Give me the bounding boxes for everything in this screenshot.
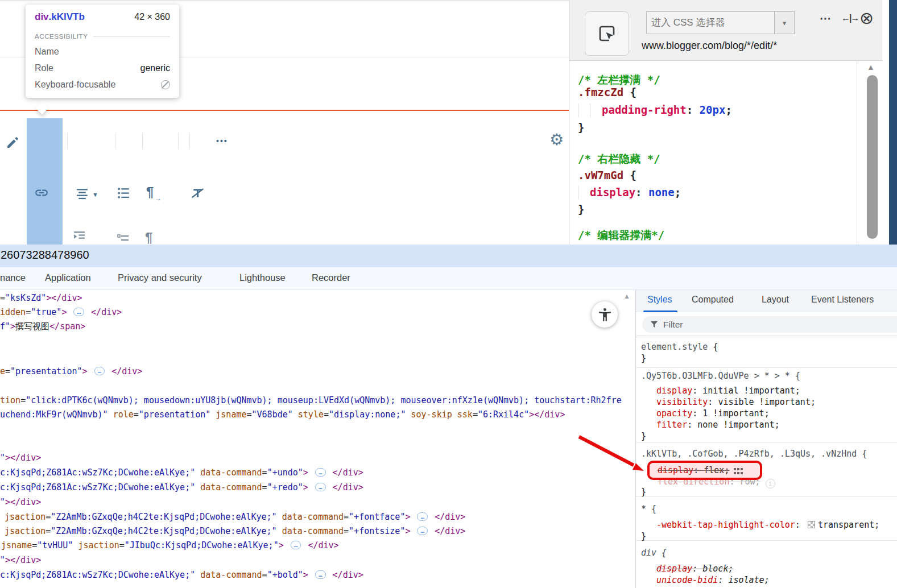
tooltip-element-row: div.kKlVTb 42 × 360 (35, 11, 170, 23)
css-editor-line[interactable]: } (578, 120, 584, 135)
elements-tree-line[interactable]: e="presentation"> … </div> (0, 365, 142, 378)
css-editor-line[interactable]: } (578, 202, 584, 217)
toolbar-separator (189, 133, 190, 149)
annotation-arrow (563, 426, 660, 481)
code-segment: div { (641, 548, 667, 558)
accessibility-overlay-button[interactable] (592, 301, 618, 328)
elements-tree-line[interactable]: uchend:MkF9r(wQNmvb)" role="presentation… (0, 408, 565, 421)
css-editor-line[interactable]: padding-right: 20px; (578, 102, 732, 117)
css-editor-line[interactable]: .vW7mGd { (578, 168, 636, 183)
elements-scroll-up-icon[interactable]: ▲ (623, 292, 630, 300)
css-declaration-line[interactable]: visibility: visible !important; (656, 396, 816, 408)
elements-tree-line[interactable]: "></div> (0, 554, 41, 566)
target-url-pattern: www.blogger.com/blog/*/edit/* (642, 40, 777, 52)
css-declaration-line[interactable]: opacity: 1 !important; (656, 407, 770, 420)
indent-icon[interactable] (72, 230, 86, 244)
close-icon[interactable]: ⊗ (859, 8, 874, 28)
editor-scrollbar-thumb[interactable] (867, 75, 878, 239)
code-segment: "display:none;" (329, 409, 406, 420)
elements-tree[interactable]: ="ksKsZd"></div>idden="true"> … </div>f"… (0, 290, 622, 588)
paragraph-direction-icon[interactable]: ¶ (146, 185, 154, 199)
css-editor-line[interactable]: .fmzcZd { (578, 85, 636, 100)
tab-application[interactable]: Application (45, 272, 91, 283)
css-declaration-line[interactable]: * { (641, 503, 656, 515)
css-editor[interactable]: /* 左栏撑满 */.fmzcZd {padding-right: 20px;}… (569, 61, 857, 245)
code-segment: e (0, 366, 5, 376)
css-declaration-line[interactable]: display: initial !important; (656, 384, 800, 397)
code-segment: = (473, 409, 478, 420)
elements-tree-line[interactable]: jsaction="Z2AmMb:GZxqQe;h4C2te:KjsqPd;DC… (5, 511, 465, 523)
css-declaration-line[interactable]: } (641, 486, 646, 498)
code-segment: display (590, 186, 635, 198)
css-declaration-line[interactable]: div { (641, 546, 667, 559)
styles-rules[interactable]: element.style {}.Qy5T6b.O3LMFb.QduVPe > … (635, 290, 896, 588)
code-segment (578, 186, 590, 200)
code-segment: "JIbuQc:KjsqPd;DCwohe:eAlKye;" (125, 540, 279, 550)
code-segment (210, 409, 216, 420)
selected-url-bar[interactable]: 26073288478960 (0, 245, 897, 267)
tab-lighthouse[interactable]: Lighthouse (239, 272, 286, 283)
css-declaration-line[interactable]: } (641, 530, 646, 543)
tab-performance[interactable]: nance (0, 272, 26, 283)
css-declaration-line[interactable]: element.style { (641, 341, 718, 353)
css-editor-line[interactable]: display: none; (578, 185, 681, 200)
css-declaration-line[interactable]: } (641, 352, 646, 365)
toolbar-separator (115, 133, 115, 149)
clear-formatting-icon[interactable] (191, 186, 205, 200)
elements-tree-line[interactable]: "></div> (0, 452, 41, 464)
css-declaration-line[interactable]: unicode-bidi: isolate; (656, 574, 770, 586)
elements-tree-line[interactable]: jsname="tvHUU" jsaction="JIbuQc:KjsqPd;D… (1, 539, 339, 552)
css-declaration-line[interactable]: .kKlVTb, .CofGob, .P4zRfb, .L3qUs, .vNzH… (641, 448, 867, 460)
tooltip-tail (36, 102, 49, 115)
code-segment: "ksKsZd" (5, 293, 46, 303)
elements-tree-line[interactable]: f">撰写视图</span> (0, 320, 85, 333)
bullet-list-icon[interactable] (117, 186, 131, 200)
edit-pencil-icon[interactable] (6, 135, 20, 150)
code-segment: { (623, 86, 636, 98)
code-segment: -webkit-tap-highlight-color (656, 520, 795, 530)
text-align-icon[interactable] (75, 187, 89, 201)
css-declaration-line[interactable]: -webkit-tap-highlight-color: transparent… (656, 519, 879, 531)
tab-privacy-and-security[interactable]: Privacy and security (118, 272, 202, 283)
elements-tree-line[interactable]: ="ksKsZd"></div> (0, 292, 82, 304)
code-segment: 0c:KjsqPd;Z681Ac:wSz7Kc;DCwohe:eAlKye;" (0, 467, 195, 478)
elements-tree-line[interactable]: jsaction="Z2AmMb:GZxqQe;h4C2te:KjsqPd;DC… (5, 525, 465, 537)
code-segment (195, 570, 200, 580)
tab-recorder[interactable]: Recorder (312, 272, 350, 283)
editor-scroll-up-icon[interactable]: ▲ (867, 63, 875, 72)
code-segment: jsname (216, 409, 246, 420)
code-segment: = (20, 395, 26, 405)
css-editor-line[interactable]: /* 编辑器撑满*/ (578, 227, 664, 242)
panel-resize-icon[interactable]: ←|→ (841, 13, 858, 23)
elements-tree-line[interactable]: "></div> (0, 496, 41, 508)
elements-tree-line[interactable]: 0c:KjsqPd;Z681Ac:wSz7Kc;DCwohe:eAlKye;" … (0, 481, 363, 494)
code-segment: … (73, 308, 84, 316)
elements-tree-line[interactable]: idden="true"> … </div> (0, 306, 122, 318)
css-selector-input[interactable] (646, 11, 775, 34)
css-declaration-line[interactable]: display: block; (656, 562, 733, 575)
code-segment: > (303, 482, 313, 492)
code-segment: ; (764, 408, 770, 419)
code-segment: element.style (641, 342, 708, 352)
align-dropdown-arrow-icon[interactable]: ▼ (92, 191, 98, 198)
numbered-list-icon[interactable] (117, 233, 130, 245)
selector-dropdown-button[interactable]: ▾ (774, 11, 795, 34)
code-segment: "+fontsize" (349, 526, 405, 536)
settings-gear-icon[interactable]: ⚙ (549, 132, 564, 148)
css-declaration-line[interactable]: .Qy5T6b.O3LMFb.QduVPe > * > * { (641, 370, 800, 382)
extension-header: ▾ ⋯ ←|→ ⊗ www.blogger.com/blog/*/edit/* (569, 0, 883, 61)
code-segment: display (656, 564, 692, 574)
insert-link-icon[interactable] (34, 185, 49, 200)
code-segment (108, 409, 113, 420)
code-segment: ; (775, 420, 780, 430)
elements-tree-line[interactable]: 0c:KjsqPd;Z681Ac:wSz7Kc;DCwohe:eAlKye;" … (0, 569, 363, 581)
css-editor-line[interactable]: /* 右栏隐藏 */ (578, 151, 660, 166)
pilcrow-icon[interactable]: ¶ (145, 231, 152, 245)
css-declaration-line[interactable]: filter: none !important; (656, 419, 780, 431)
elements-tree-line[interactable]: tion="click:dPTK6c(wQNmvb); mousedown:uY… (0, 394, 622, 407)
elements-tree-line[interactable]: 0c:KjsqPd;Z681Ac:wSz7Kc;DCwohe:eAlKye;" … (0, 466, 363, 479)
element-picker-button[interactable] (585, 11, 629, 56)
code-segment: /* 左栏撑满 */ (578, 73, 660, 86)
extension-more-icon[interactable]: ⋯ (820, 11, 832, 25)
toolbar-more-icon[interactable]: ••• (216, 136, 228, 146)
